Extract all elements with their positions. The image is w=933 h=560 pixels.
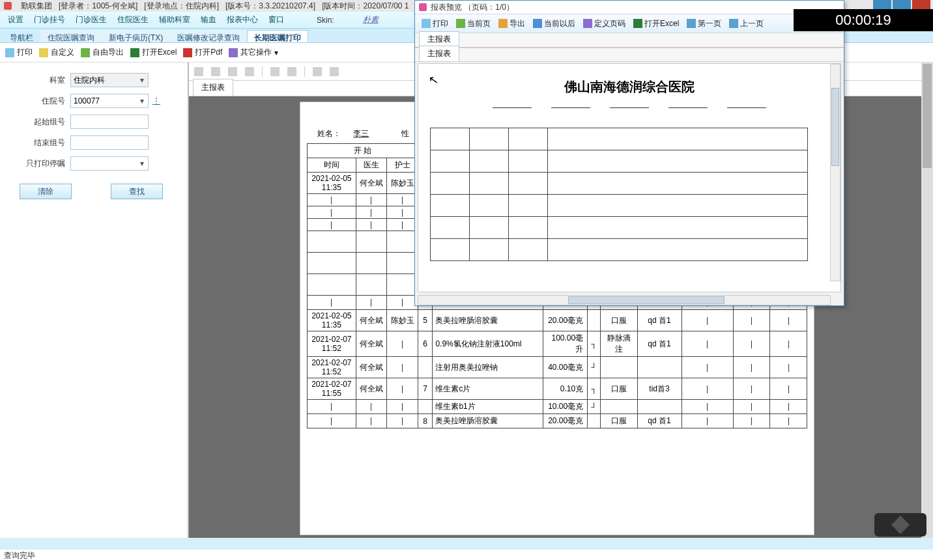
skin-label: Skin: [317,16,334,25]
pv-tab-main-2[interactable]: 主报表 [419,46,459,61]
recording-timer: 00:00:19 [794,9,933,31]
pv-export-button[interactable]: 导出 [496,17,528,31]
menu-report-center[interactable]: 报表中心 [223,13,262,27]
table-row: 维生素b1片10.00毫克┘ [308,400,807,414]
admission-lookup-button[interactable]: ⋮ [152,96,160,105]
admission-no-value: 100077 [74,96,100,105]
only-stopped-label: 只打印停嘱 [7,158,65,169]
filter-panel: 科室 住院内科 ▾ 住院号 100077 ▾ ⋮ 起始组号 结束组号 只打印停嘱 [0,63,189,538]
app-icon [4,2,12,10]
col-time: 时间 [308,158,356,173]
table-row: 2021-02-07 11:52何全斌注射用奥美拉唑钠40.00毫克┘ [308,357,807,378]
blank-field [727,107,766,108]
scrollbar-thumb[interactable] [831,88,839,166]
refresh-icon[interactable] [330,67,339,76]
preview-title-bar[interactable]: 报表预览 （页码：1/0） [415,1,844,14]
preview-v-scrollbar[interactable] [830,64,840,281]
pdf-icon [183,48,192,57]
chevron-down-icon: ▾ [274,48,278,57]
report-preview-window: 报表预览 （页码：1/0） 打印 当前页 导出 当前以后 定义页码 打开Exce… [414,0,844,306]
print-button[interactable]: 打印 [5,47,33,58]
tab-longterm-order-print[interactable]: 长期医嘱打印 [247,30,308,42]
admission-no-label: 住院号 [7,96,65,107]
excel-icon [130,48,139,57]
pv-first-page-button[interactable]: 第一页 [684,17,724,31]
menu-auxiliary-dept[interactable]: 辅助科室 [155,13,194,27]
export-icon [498,19,508,28]
find-button[interactable]: 查找 [111,184,163,199]
clear-button[interactable]: 清除 [20,184,72,199]
zoom-out-icon[interactable] [270,67,280,76]
pv-tab-main[interactable]: 主报表 [419,31,459,47]
pv-current-after-button[interactable]: 当前以后 [530,17,578,31]
patient-name-label: 姓名： [317,129,341,138]
chevron-down-icon: ▾ [139,96,145,105]
tab-order-modify-log[interactable]: 医嘱修改记录查询 [170,30,247,42]
open-excel-button[interactable]: 打开Excel [130,47,177,58]
start-group-input[interactable] [70,115,149,129]
login-user: [登录者：1005-何全斌] [59,1,137,12]
menu-outpatient-reg[interactable]: 门诊挂号 [30,13,69,27]
print-icon [5,48,14,57]
vertical-scrollbar[interactable] [921,63,933,538]
next-page-icon[interactable] [228,67,237,76]
prev-page-icon[interactable] [211,67,220,76]
preview-h-scrollbar[interactable] [418,295,831,305]
table-row: 2021-02-07 11:55何全斌7维生素c片0.10克┐口服tid首3 [308,378,807,400]
zoom-in-icon[interactable] [287,67,296,76]
chevron-down-icon: ▾ [139,76,145,85]
login-location: [登录地点：住院内科] [144,1,219,12]
tray-widget[interactable] [874,513,926,537]
tab-inpatient-order-query[interactable]: 住院医嘱查询 [40,30,102,42]
app-name: 勤联集团 [21,1,52,12]
menu-outpatient-doctor[interactable]: 门诊医生 [72,13,111,27]
col-doctor: 医生 [356,158,387,173]
scrollbar-thumb[interactable] [923,64,932,168]
pv-define-page-button[interactable]: 定义页码 [581,17,628,31]
tab-emr[interactable]: 新电子病历(TX) [102,30,170,42]
other-actions-button[interactable]: 其它操作 ▾ [229,47,278,58]
prev-page-icon [729,19,738,28]
pv-print-button[interactable]: 打印 [419,17,451,31]
subtab-main-report[interactable]: 主报表 [193,79,233,96]
end-group-input[interactable] [70,135,149,150]
pv-open-excel-button[interactable]: 打开Excel [631,17,682,31]
first-page-icon[interactable] [194,67,203,76]
open-pdf-button[interactable]: 打开Pdf [183,47,222,58]
search-icon[interactable] [313,67,322,76]
excel-icon [633,19,642,28]
start-group-label: 起始组号 [7,117,65,128]
last-page-icon[interactable] [245,67,254,76]
end-group-label: 结束组号 [7,137,65,148]
pv-prev-page-button[interactable]: 上一页 [726,17,766,31]
preview-blank-grid [430,128,808,261]
dept-combo[interactable]: 住院内科 ▾ [70,73,149,87]
menu-blood[interactable]: 输血 [197,13,220,27]
only-stopped-combo[interactable]: ▾ [70,156,149,171]
menu-window[interactable]: 窗口 [265,13,288,27]
tab-nav[interactable]: 导航栏 [3,30,40,42]
table-row: 2021-02-05 11:35何全斌陈妙玉5奥美拉唑肠溶胶囊20.00毫克口服… [308,310,807,331]
export-icon [81,48,90,57]
custom-icon [39,48,48,57]
build-time: [版本时间：2020/07/00 1 [322,1,409,12]
menu-inpatient-doctor[interactable]: 住院医生 [113,13,152,27]
preview-title: 报表预览 （页码：1/0） [431,2,514,13]
scrollbar-thumb[interactable] [568,296,725,304]
blank-field [610,107,649,108]
admission-no-combo[interactable]: 100077 ▾ [70,94,149,108]
other-icon [229,48,238,57]
dept-label: 科室 [7,75,65,86]
blank-field [493,107,532,108]
custom-button[interactable]: 自定义 [39,47,74,58]
gear-icon [583,19,592,28]
free-export-button[interactable]: 自由导出 [81,47,124,58]
preview-toolbar: 打印 当前页 导出 当前以后 定义页码 打开Excel 第一页 上一页 [415,14,844,33]
skin-value[interactable]: 朴素 [363,14,379,25]
chevron-down-icon: ▾ [139,159,145,168]
col-start: 开 始 [308,144,418,158]
pv-current-page-button[interactable]: 当前页 [453,17,493,31]
hospital-name: 佛山南海德润综合医院 [418,78,840,96]
menu-settings[interactable]: 设置 [4,13,27,27]
patient-name-value: 李三 [343,129,379,138]
